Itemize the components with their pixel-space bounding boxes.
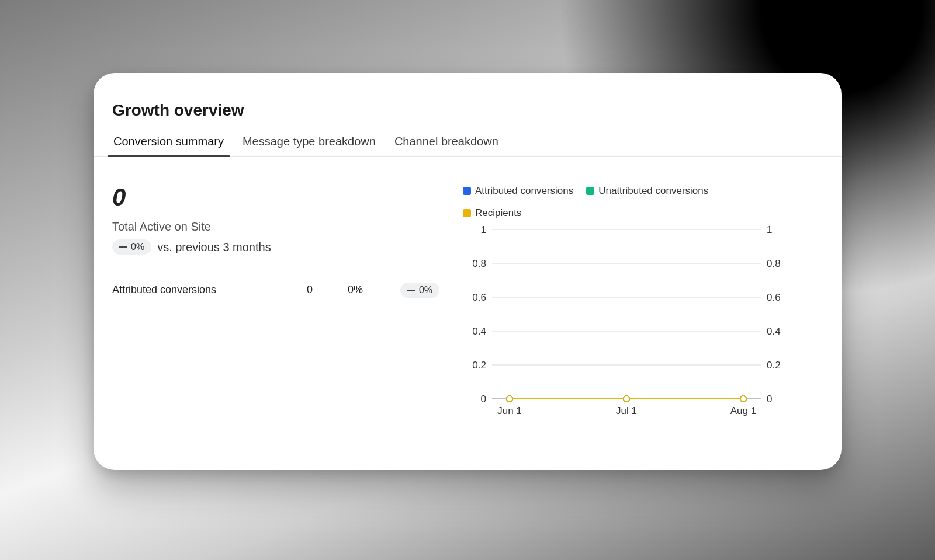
y-axis-left-tick: 0 xyxy=(481,394,486,405)
y-axis-right-tick: 0.6 xyxy=(767,292,781,303)
metric-comparison: 0% vs. previous 3 months xyxy=(112,239,439,255)
row-change-pill: 0% xyxy=(400,283,439,298)
chart-panel: Attributed conversionsUnattributed conve… xyxy=(463,185,823,422)
row-percent: 0% xyxy=(348,284,400,296)
metric-name: Total Active on Site xyxy=(112,220,439,234)
row-change-value: 0% xyxy=(419,285,432,295)
growth-overview-card: Growth overview Conversion summaryMessag… xyxy=(94,73,842,470)
metric-change-pill: 0% xyxy=(112,239,151,255)
x-axis-tick: Aug 1 xyxy=(730,405,756,416)
legend-label: Unattributed conversions xyxy=(598,185,708,197)
card-title: Growth overview xyxy=(112,101,842,120)
data-point xyxy=(624,396,629,402)
page-background: Growth overview Conversion summaryMessag… xyxy=(0,0,935,560)
legend-swatch-icon xyxy=(463,209,471,217)
y-axis-right-tick: 0 xyxy=(767,394,772,405)
x-axis-tick: Jul 1 xyxy=(616,405,637,416)
table-row: Attributed conversions 0 0% 0% xyxy=(112,281,439,298)
x-axis-tick: Jun 1 xyxy=(497,405,522,416)
chart: 000.20.20.40.40.60.60.80.811Jun 1Jul 1Au… xyxy=(463,224,790,422)
tab-conversion-summary[interactable]: Conversion summary xyxy=(112,130,225,156)
metric-comparison-text: vs. previous 3 months xyxy=(157,241,271,254)
y-axis-left-tick: 0.4 xyxy=(472,326,486,337)
tab-message-type-breakdown[interactable]: Message type breakdown xyxy=(241,130,377,156)
y-axis-right-tick: 1 xyxy=(767,224,772,235)
tab-channel-breakdown[interactable]: Channel breakdown xyxy=(393,130,500,156)
legend-item[interactable]: Unattributed conversions xyxy=(586,185,708,197)
legend-item[interactable]: Attributed conversions xyxy=(463,185,573,197)
legend-label: Recipients xyxy=(475,207,521,219)
tabs: Conversion summaryMessage type breakdown… xyxy=(94,130,842,157)
y-axis-left-tick: 0.8 xyxy=(472,258,486,269)
y-axis-right-tick: 0.4 xyxy=(767,326,781,337)
trend-flat-icon xyxy=(119,246,127,248)
y-axis-right-tick: 0.2 xyxy=(767,360,781,371)
legend-swatch-icon xyxy=(586,187,594,195)
trend-flat-icon xyxy=(407,290,415,291)
row-value: 0 xyxy=(307,284,348,296)
data-point xyxy=(740,396,746,402)
chart-legend: Attributed conversionsUnattributed conve… xyxy=(463,185,767,219)
y-axis-right-tick: 0.8 xyxy=(767,258,781,269)
summary-panel: 0 Total Active on Site 0% vs. previous 3… xyxy=(112,185,439,422)
y-axis-left-tick: 0.2 xyxy=(472,360,486,371)
legend-swatch-icon xyxy=(463,187,471,195)
metric-change-value: 0% xyxy=(131,242,144,252)
card-content: 0 Total Active on Site 0% vs. previous 3… xyxy=(94,157,842,422)
legend-item[interactable]: Recipients xyxy=(463,207,521,219)
row-label: Attributed conversions xyxy=(112,284,307,296)
data-point xyxy=(507,396,512,402)
legend-label: Attributed conversions xyxy=(475,185,573,197)
metric-value: 0 xyxy=(112,185,439,210)
y-axis-left-tick: 1 xyxy=(481,224,486,235)
y-axis-left-tick: 0.6 xyxy=(472,292,486,303)
